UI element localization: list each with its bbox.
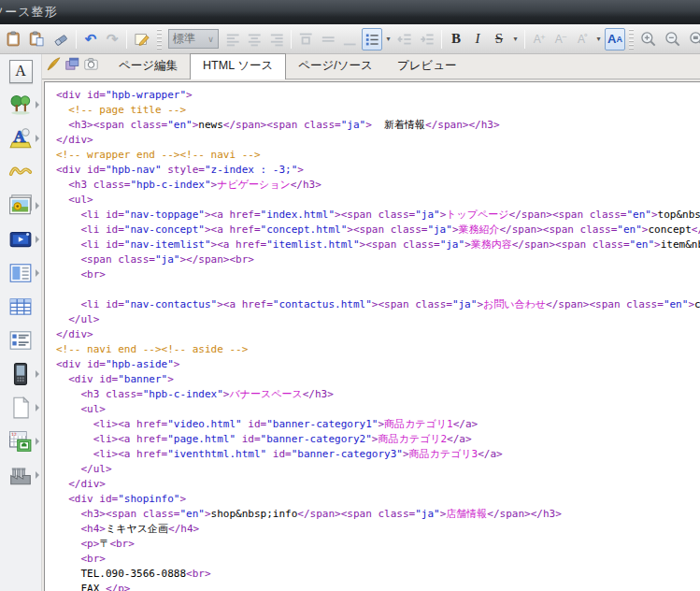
code-token: <br> <box>109 538 135 550</box>
align-right-icon[interactable] <box>266 28 287 50</box>
bullet-list-icon[interactable] <box>362 28 382 50</box>
zoom-reset-icon[interactable] <box>685 28 700 50</box>
zoom-out-icon[interactable] <box>661 28 685 50</box>
code-token: <ul> <box>81 403 107 415</box>
letter-a-icon[interactable]: A <box>2 57 39 85</box>
bold-button[interactable]: B <box>446 28 466 50</box>
tabstrip-icons <box>46 56 99 76</box>
tab-preview[interactable]: プレビュー <box>385 54 469 79</box>
paragraph-style-select[interactable]: 標準 ∨ <box>168 29 219 49</box>
camera-icon[interactable] <box>83 56 99 76</box>
undo-icon[interactable]: ↶ <box>80 28 101 50</box>
trees-icon[interactable] <box>2 91 39 119</box>
chevron-down-icon: ∨ <box>207 35 214 44</box>
video-icon[interactable] <box>2 225 39 253</box>
flyout-arrow-icon[interactable] <box>36 438 39 445</box>
flyout-arrow-icon[interactable] <box>36 236 39 243</box>
code-line: </ul> <box>56 462 700 477</box>
redo-icon[interactable]: ↷ <box>102 28 122 50</box>
code-token: 新着情報 <box>372 119 425 131</box>
flyout-arrow-icon[interactable] <box>36 370 39 378</box>
code-token <box>56 388 81 400</box>
photo-icon[interactable] <box>2 192 39 220</box>
align-center-icon[interactable] <box>244 28 264 50</box>
layout-icon[interactable] <box>2 259 39 287</box>
rope-icon[interactable] <box>2 158 39 186</box>
code-line: <!-- page title --> <box>56 103 700 118</box>
quill-icon[interactable] <box>46 56 62 76</box>
code-token: <br> <box>186 568 211 580</box>
html-source-editor[interactable]: <div id="hpb-wrapper"> <!-- page title -… <box>44 81 700 591</box>
code-token: お問い合わせ <box>483 298 546 310</box>
page-icon[interactable] <box>2 394 39 422</box>
code-token: 業務内容 <box>471 238 512 251</box>
indent-icon[interactable] <box>417 28 437 50</box>
font-color-button[interactable]: AA <box>605 28 625 50</box>
code-line: <li id="nav-contactus"><a href="contactu… <box>56 297 700 312</box>
code-token: </div> <box>56 328 93 340</box>
edit-attributes-icon[interactable] <box>131 28 153 50</box>
code-token: "ja" <box>415 508 440 520</box>
code-token <box>56 253 81 266</box>
flyout-arrow-icon[interactable] <box>36 202 39 209</box>
code-token <box>56 298 81 310</box>
strikethrough-button[interactable]: S <box>489 28 509 50</box>
flyout-arrow-icon[interactable] <box>36 269 39 277</box>
code-token: ><a href= <box>205 223 261 236</box>
code-token: ナビゲーション <box>217 179 291 191</box>
tab-page-edit[interactable]: ページ編集 <box>107 54 190 79</box>
tab-page-source[interactable]: ページ/ソース <box>286 54 385 79</box>
position-middle-icon[interactable] <box>318 28 338 50</box>
editor-wrap: <div id="hpb-wrapper"> <!-- page title -… <box>42 79 700 591</box>
font-size-reset-button[interactable]: A˚ <box>572 28 593 50</box>
code-token: <div id= <box>56 164 106 176</box>
paste-special-icon[interactable] <box>25 28 48 50</box>
layers-icon[interactable] <box>64 56 80 76</box>
align-left-icon[interactable] <box>222 28 243 50</box>
wordart-icon[interactable]: A <box>2 124 39 152</box>
code-line: <br> <box>56 552 700 567</box>
font-size-increase-button[interactable]: A⁺ <box>529 28 550 50</box>
flyout-arrow-icon[interactable] <box>36 101 39 108</box>
flyout-arrow-icon[interactable] <box>36 135 39 142</box>
paragraph-style-value: 標準 <box>173 31 195 47</box>
code-token <box>56 418 93 430</box>
code-line: <h3><span class="en">news</span><span cl… <box>56 118 700 133</box>
code-token <box>56 119 68 131</box>
code-token: </div> <box>56 134 93 146</box>
code-token: "hpb-nav" <box>106 164 162 176</box>
code-token <box>56 179 68 191</box>
code-line: <div id="hpb-wrapper"> <box>56 88 700 103</box>
flyout-arrow-icon[interactable] <box>36 404 39 411</box>
code-token: ><span class= <box>360 238 440 251</box>
zoom-group <box>626 28 698 50</box>
code-token: </ul> <box>68 313 99 325</box>
tab-html-source[interactable]: HTML ソース <box>190 53 286 79</box>
table-icon[interactable] <box>2 293 39 321</box>
factory-icon[interactable] <box>2 461 39 489</box>
font-size-caret-icon[interactable]: ▾ <box>593 28 604 50</box>
phone-icon[interactable] <box>2 360 39 388</box>
outdent-icon[interactable] <box>394 28 415 50</box>
code-token: "en" <box>167 119 193 131</box>
zoom-in-icon[interactable] <box>636 28 661 50</box>
toolbar-separator <box>524 30 525 49</box>
italic-button[interactable]: I <box>467 28 488 50</box>
calendar-icon[interactable]: 12 <box>2 427 39 455</box>
paste-icon[interactable] <box>2 28 24 50</box>
font-size-decrease-button[interactable]: A⁻ <box>550 28 571 50</box>
flyout-arrow-icon[interactable] <box>36 471 39 479</box>
code-token: <div id= <box>68 493 118 505</box>
code-token: <span class= <box>81 253 155 266</box>
position-top-icon[interactable] <box>295 28 316 50</box>
position-bottom-icon[interactable] <box>339 28 360 50</box>
code-line: </div> <box>56 327 700 342</box>
code-token: id= <box>242 418 267 430</box>
code-token <box>56 194 68 206</box>
eraser-icon[interactable] <box>50 28 72 50</box>
parts-sidebar: AA12 <box>0 54 42 591</box>
code-token: <h3><span class= <box>68 119 167 131</box>
list-icon[interactable] <box>2 326 39 354</box>
list-menu-caret-icon[interactable]: ▾ <box>383 28 393 50</box>
text-style-caret-icon[interactable]: ▾ <box>510 28 521 50</box>
